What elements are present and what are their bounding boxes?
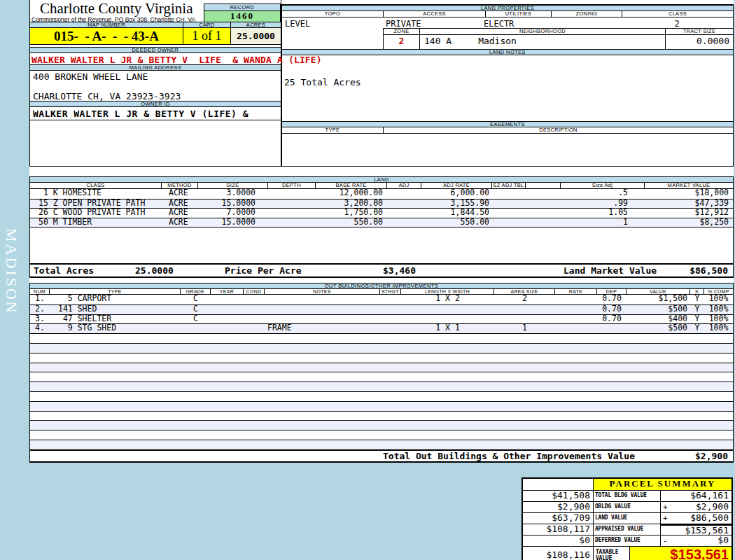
easement-type-label: TYPE: [282, 127, 384, 133]
outbuildings-total-label: Total Out Buildings & Other Improvements…: [383, 451, 635, 462]
outbuilding-empty-row: [30, 440, 733, 449]
easements-header: EASEMENTS: [282, 121, 733, 127]
ob-length-width: 1 X 2: [401, 295, 494, 304]
prior-taxable-value: $108,116: [523, 547, 594, 560]
outbuildings-column-headers: NUM TYPE GRADE YEAR COND NOTES STHGT LEN…: [30, 289, 733, 295]
parcel-summary: PARCEL SUMMARY $41,508 TOTAL BLDG VALUE …: [522, 477, 733, 560]
summary-prior-blank: [523, 479, 594, 490]
land-adj: [387, 189, 421, 199]
ob-cond: [244, 305, 265, 314]
land-row: 50 M TIMBER ACRE 15.0000 550.00 550.00 1…: [30, 218, 733, 227]
land-market-value-total: $86,500: [690, 265, 728, 277]
deeded-owner-value: WALKER WALTER L JR & BETTY V LIFE & WAND…: [31, 55, 322, 65]
ob-grade: C: [181, 295, 211, 304]
outbuildings-total-value: $2,900: [695, 451, 728, 462]
land-sz-adj-tbl: [492, 189, 526, 199]
land-note: 25 Total Acres: [284, 77, 361, 88]
ob-dep: 0.70: [597, 295, 626, 304]
map-number-value: 015- - A- - - 43-A: [30, 28, 183, 44]
land-row: 15 Z OPEN PRIVATE PATH ACRE 15.0000 3,20…: [30, 199, 733, 209]
property-record-card: MADISON Charlotte County Virginia Commis…: [0, 0, 735, 560]
deferred-value-label: DEFERRED VALUE: [594, 536, 661, 546]
prior-appraised-value: $108,117: [523, 524, 594, 535]
obldg-value-label: OBLDG VALUE: [594, 502, 661, 512]
outbuilding-empty-row: [30, 372, 733, 382]
ob-col-cond: COND: [244, 289, 265, 294]
outbuilding-empty-row: [30, 430, 733, 440]
ob-year: [211, 324, 244, 333]
land-base-rate: 1,750.00: [316, 209, 387, 218]
access-label: ACCESS: [384, 11, 486, 17]
topo-label: TOPO: [282, 11, 384, 17]
land-col-adj: ADJ: [387, 183, 421, 188]
total-acres-label: Total Acres: [34, 265, 94, 277]
land-rows: 1 K HOMESITE ACRE 3.0000 12,000.00 6,000…: [30, 189, 733, 227]
land-class: 50 M TIMBER: [30, 218, 162, 227]
outbuilding-row: 2. 141 SHED C 0.70 $500 Y 100%: [30, 304, 733, 314]
outbuilding-empty-row: [30, 333, 733, 343]
land-sz-adj-tbl: [492, 200, 526, 209]
outbuildings-rows: 1. 5 CARPORT C 1 X 2 2 0.70 $1,500 Y 100…: [30, 295, 733, 449]
land-size: 3.0000: [198, 189, 268, 199]
ob-col-notes: NOTES: [265, 289, 380, 294]
appraised-value: $153,561: [661, 524, 732, 535]
ob-notes: [265, 295, 380, 304]
utilities-label: UTILITIES: [486, 11, 552, 17]
land-spare: [526, 209, 561, 218]
card-label: CARD: [183, 22, 231, 27]
land-spare: [526, 189, 561, 199]
record-sheet: Charlotte County Virginia Commissioner o…: [29, 0, 734, 463]
outbuilding-row: 1. 5 CARPORT C 1 X 2 2 0.70 $1,500 Y 100…: [30, 295, 733, 304]
ob-sthgt: [380, 305, 401, 314]
outbuilding-empty-row: [30, 343, 733, 353]
land-properties-column-headers: TOPO ACCESS UTILITIES ZONING CLASS: [282, 11, 733, 18]
sign: +: [663, 503, 668, 512]
land-base-rate: 12,000.00: [316, 189, 387, 199]
value: $2,900: [696, 501, 729, 512]
prior-obldg-value: $2,900: [523, 502, 594, 512]
neighborhood-code: 140 A: [424, 36, 451, 46]
land-depth: [268, 189, 316, 199]
parcel-id-headers: MAP NUMBER CARD ACRES: [30, 22, 281, 28]
mailing-address-header: MAILING ADDRESS: [30, 64, 281, 71]
outbuildings-table: OUT BUILDINGS/OTHER IMPROVEMENTS NUM TYP…: [29, 283, 734, 463]
prior-land-value: $63,709: [523, 513, 594, 524]
ob-col-sthgt: STHGT: [380, 289, 401, 294]
ob-type: 9 STG SHED: [50, 324, 181, 333]
neighborhood-label: NEIGHBORHOOD: [420, 29, 665, 35]
ob-value: $500: [626, 324, 690, 333]
outbuildings-total-row: Total Out Buildings & Other Improvements…: [30, 449, 733, 463]
land-size-adj: 1.05: [561, 209, 645, 218]
ob-value: $1,500: [626, 295, 690, 304]
land-size-adj: .5: [561, 189, 645, 199]
ob-year: [211, 295, 244, 304]
land-base-rate: 550.00: [316, 218, 387, 227]
ob-area-size: 2: [494, 295, 555, 304]
neighborhood-value: 140 AMadison: [420, 35, 665, 48]
easements-column-headers: TYPE DESCRIPTION: [282, 127, 733, 134]
land-method: ACRE: [162, 218, 198, 227]
owner-id-header: OWNER ID: [30, 101, 281, 107]
outbuildings-header: OUT BUILDINGS/OTHER IMPROVEMENTS: [30, 283, 733, 289]
county-title: Charlotte County Virginia: [40, 0, 192, 18]
tract-size-value: 0.0000: [666, 35, 733, 48]
ob-rate: [555, 315, 597, 324]
acres-value: 25.0000: [231, 28, 281, 44]
address-line-1: 400 BROKEN WHEEL LANE: [33, 71, 148, 82]
land-col-sz-adj-tbl: SZ ADJ TBL: [492, 183, 526, 188]
ob-cond: [244, 315, 265, 324]
topo-value: LEVEL: [285, 19, 310, 29]
land-size-adj: 1: [561, 218, 645, 227]
ob-value: $500: [626, 305, 690, 314]
owner-id-value: WALKER WALTER L JR & BETTY V (LIFE) &: [33, 108, 248, 119]
outbuilding-empty-row: [30, 363, 733, 372]
neighborhood-name: Madison: [478, 36, 517, 46]
outbuilding-empty-row: [30, 382, 733, 391]
land-method: ACRE: [162, 209, 198, 218]
land-col-depth: DEPTH: [268, 183, 316, 188]
ob-dep: [597, 324, 626, 333]
obldg-value: +$2,900: [661, 502, 732, 512]
owner-panel: Charlotte County Virginia Commissioner o…: [29, 0, 281, 167]
value: $86,500: [690, 512, 729, 523]
ob-type: 141 SHED: [50, 305, 181, 314]
